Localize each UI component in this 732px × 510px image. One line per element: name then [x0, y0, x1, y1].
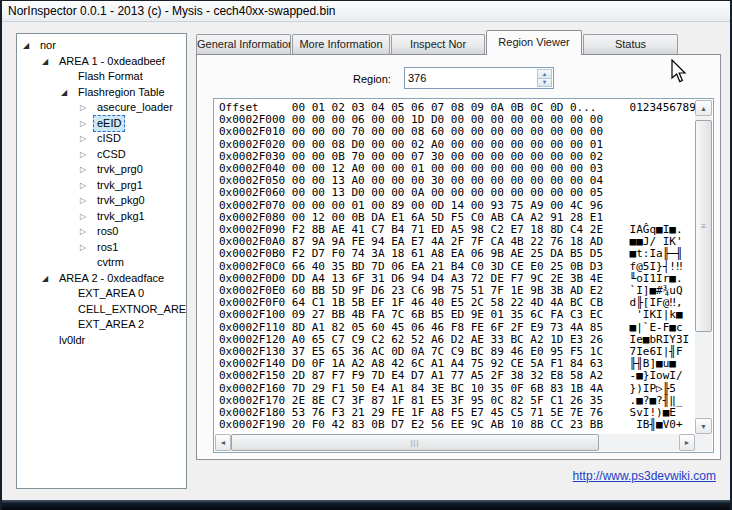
- hex-row: 0x0002F0B0 F2 D7 F0 74 3A 18 61 A8 EA 06…: [219, 248, 695, 260]
- tree-item-flash-format[interactable]: Flash Format: [17, 69, 186, 85]
- scroll-up-icon[interactable]: ▲: [695, 100, 712, 116]
- nor-region-tree: ◢nor◢AREA 1 - 0xdeadbeefFlash Format◢Fla…: [16, 33, 187, 489]
- vertical-scroll-thumb[interactable]: ≡: [695, 120, 712, 332]
- scroll-down-icon[interactable]: ▼: [695, 418, 712, 434]
- hex-content: Offset 00 01 02 03 04 05 06 07 08 09 0A …: [219, 102, 695, 434]
- tree-item-lv0ldr[interactable]: lv0ldr: [17, 333, 186, 349]
- hex-row: 0x0002F100 09 27 BB 4B FA 7C 6B B5 ED 9E…: [219, 309, 695, 321]
- expand-icon[interactable]: ▷: [80, 193, 93, 209]
- tree-item-ros0[interactable]: ▷ros0: [17, 224, 186, 240]
- tab-region-viewer[interactable]: Region Viewer: [486, 30, 582, 55]
- expand-icon[interactable]: ▷: [80, 162, 93, 178]
- expand-icon[interactable]: ▷: [80, 100, 93, 116]
- expand-icon[interactable]: ▷: [80, 178, 93, 194]
- region-viewer-page: Region: 376 ▲ ▼ Offset 00 01 02 03 04 05…: [196, 54, 721, 460]
- tab-more-information[interactable]: More Information: [292, 34, 390, 54]
- tab-status[interactable]: Status: [583, 34, 678, 54]
- hex-row: 0x0002F060 00 00 13 D0 00 00 0A 00 00 00…: [219, 187, 695, 199]
- expand-icon[interactable]: ▷: [80, 147, 93, 163]
- horizontal-scroll-thumb[interactable]: |||: [231, 434, 599, 451]
- expand-icon[interactable]: ▷: [80, 131, 93, 147]
- tree-item-trvk-pkg0[interactable]: ▷trvk_pkg0: [17, 193, 186, 209]
- app-window: NorInspector 0.0.1 - 2013 (c) - Mysis - …: [0, 0, 732, 510]
- tree-item-cisd[interactable]: ▷cISD: [17, 131, 186, 147]
- scrollbar-corner: [695, 434, 712, 451]
- title-bar[interactable]: NorInspector 0.0.1 - 2013 (c) - Mysis - …: [2, 1, 730, 22]
- collapse-icon[interactable]: ◢: [42, 54, 55, 70]
- tree-item-area-2-0xdeadface[interactable]: ◢AREA 2 - 0xdeadface: [17, 271, 186, 287]
- collapse-icon[interactable]: ◢: [42, 271, 55, 287]
- tree-item-eeid[interactable]: ▷eEID: [17, 116, 186, 132]
- tree-item-flashregion-table[interactable]: ◢Flashregion Table: [17, 85, 186, 101]
- tree-item-ccsd[interactable]: ▷cCSD: [17, 147, 186, 163]
- tree-item-trvk-prg1[interactable]: ▷trvk_prg1: [17, 178, 186, 194]
- spin-down-icon[interactable]: ▼: [537, 78, 552, 88]
- hex-row: 0x0002F020 00 00 08 D0 00 00 02 A0 00 00…: [219, 139, 695, 151]
- tree-item-ext-area-2[interactable]: EXT_AREA 2: [17, 317, 186, 333]
- region-value: 376: [408, 68, 426, 88]
- tree-item-cell-extnor-area[interactable]: CELL_EXTNOR_AREA: [17, 302, 186, 318]
- region-label: Region:: [353, 73, 391, 85]
- scroll-left-icon[interactable]: ◄: [215, 434, 231, 451]
- hex-viewer[interactable]: Offset 00 01 02 03 04 05 06 07 08 09 0A …: [213, 98, 714, 453]
- tree-item-area-1-0xdeadbeef[interactable]: ◢AREA 1 - 0xdeadbeef: [17, 54, 186, 70]
- scroll-right-icon[interactable]: ►: [679, 434, 695, 451]
- hex-row: 0x0002F010 00 00 00 70 00 00 08 60 00 00…: [219, 126, 695, 138]
- hex-row: 0x0002F0C0 66 40 35 BD 7D 06 EA 21 B4 C0…: [219, 261, 695, 273]
- tree-item-ros1[interactable]: ▷ros1: [17, 240, 186, 256]
- horizontal-scrollbar[interactable]: ◄ ||| ►: [215, 434, 695, 451]
- ps3devwiki-link[interactable]: http://www.ps3devwiki.com: [573, 469, 716, 483]
- tree-item-nor[interactable]: ◢nor: [17, 38, 186, 54]
- expand-icon[interactable]: ▷: [80, 224, 93, 240]
- spinner-buttons: ▲ ▼: [537, 69, 552, 87]
- window-bottom-border: [2, 500, 730, 510]
- tree-item-cvtrm[interactable]: cvtrm: [17, 255, 186, 271]
- tab-inspect-nor[interactable]: Inspect Nor: [391, 34, 485, 54]
- tree-item-trvk-pkg1[interactable]: ▷trvk_pkg1: [17, 209, 186, 225]
- collapse-icon[interactable]: ◢: [23, 38, 36, 54]
- vertical-scrollbar[interactable]: ▲ ≡ ▼: [695, 100, 712, 434]
- spin-up-icon[interactable]: ▲: [537, 69, 552, 78]
- collapse-icon[interactable]: ◢: [61, 85, 74, 101]
- tree-item-label: lv0ldr: [55, 332, 89, 350]
- hex-row: 0x0002F150 2D 87 F7 F9 7D E4 D7 A1 77 A5…: [219, 370, 695, 382]
- expand-icon[interactable]: ▷: [80, 116, 93, 132]
- client-area: ◢nor◢AREA 1 - 0xdeadbeefFlash Format◢Fla…: [2, 23, 730, 500]
- expand-icon[interactable]: ▷: [80, 240, 93, 256]
- tab-general-information[interactable]: General Information: [196, 34, 291, 54]
- tree-item-ext-area-0[interactable]: EXT_AREA 0: [17, 286, 186, 302]
- expand-icon[interactable]: ▷: [80, 209, 93, 225]
- hex-row: 0x0002F070 00 00 00 01 00 89 00 0D 14 00…: [219, 200, 695, 212]
- window-title: NorInspector 0.0.1 - 2013 (c) - Mysis - …: [8, 4, 335, 18]
- hex-row: 0x0002F190 20 F0 42 83 0B D7 E2 56 EE 9C…: [219, 419, 695, 431]
- region-spinner[interactable]: 376 ▲ ▼: [404, 67, 554, 89]
- tree-item-trvk-prg0[interactable]: ▷trvk_prg0: [17, 162, 186, 178]
- tree-item-asecure-loader[interactable]: ▷asecure_loader: [17, 100, 186, 116]
